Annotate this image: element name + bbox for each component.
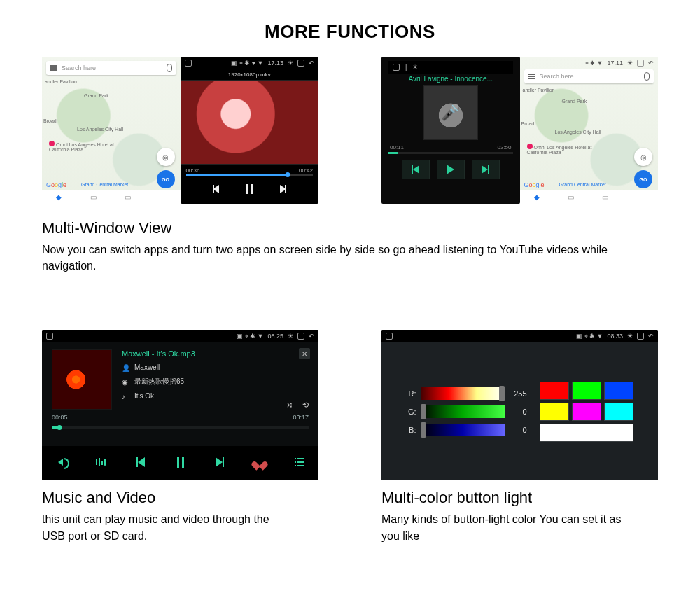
tab-transit-icon[interactable]: ▭ xyxy=(125,193,131,201)
home-icon xyxy=(386,333,393,340)
volume-button[interactable] xyxy=(42,450,80,475)
brightness-icon: ☀ xyxy=(627,333,633,340)
tab-explore-icon[interactable]: ◆ xyxy=(56,193,62,201)
google-logo: Google xyxy=(46,181,66,188)
shuffle-icon[interactable]: ⤮ xyxy=(286,401,293,410)
status-icons: ▣ ⌖ ✱ ♥ ▼ xyxy=(231,60,263,67)
swatch-yellow[interactable] xyxy=(540,403,569,421)
map-label: Los Angeles City Hall xyxy=(77,127,123,132)
brightness-icon: ☀ xyxy=(288,333,293,340)
status-bar: |☀ xyxy=(388,61,513,74)
swatch-blue[interactable] xyxy=(604,382,634,400)
map-search-bar[interactable]: Search here xyxy=(46,61,176,75)
page-title: MORE FUNCTIONS xyxy=(0,0,700,57)
prev-button[interactable] xyxy=(402,160,430,179)
b-label: B: xyxy=(407,426,416,434)
recent-icon xyxy=(637,60,644,67)
play-button[interactable] xyxy=(437,160,465,179)
map-label: Grand Central Market xyxy=(81,182,128,187)
panel-music-player: ▣ ⌖ ✱ ▼ 08:25 ☀ ↶ ✕ Maxwell - It's Ok.mp… xyxy=(42,330,318,480)
map-label: Los Angeles City Hall xyxy=(555,130,601,134)
repeat-icon[interactable]: ⟲ xyxy=(302,401,309,410)
playlist-button[interactable] xyxy=(281,450,318,475)
track-title: Avril Lavigne - Innocence... xyxy=(388,74,513,85)
map-label: Broad xyxy=(43,118,57,123)
section-title-multiwindow: Multi-Window View xyxy=(42,219,658,237)
pause-button[interactable] xyxy=(162,450,200,475)
status-bar: ▣ ⌖ ✱ ♥ ▼ 17:13 ☀ ↶ xyxy=(181,57,319,69)
tab-drive-icon[interactable]: ▭ xyxy=(568,193,574,201)
go-fab[interactable]: GO xyxy=(157,170,175,188)
map-search-bar[interactable]: Search here xyxy=(524,69,654,83)
mic-icon[interactable] xyxy=(167,64,172,72)
brightness-icon: ☀ xyxy=(288,60,293,67)
tab-more-icon[interactable]: ⋮ xyxy=(637,193,644,201)
map-view[interactable]: Search here andler Pavilion Grand Park B… xyxy=(42,57,181,204)
section-title-musicvideo: Music and Video xyxy=(42,489,318,507)
back-icon: ↶ xyxy=(648,60,654,67)
close-button[interactable]: ✕ xyxy=(299,348,310,359)
music-mini-player: |☀ Avril Lavigne - Innocence... 🎤 00:110… xyxy=(382,57,520,204)
hamburger-icon[interactable] xyxy=(528,74,536,79)
swatch-custom[interactable] xyxy=(540,424,634,442)
locate-fab[interactable]: ◎ xyxy=(157,148,175,166)
back-icon: ↶ xyxy=(309,333,314,340)
search-placeholder: Search here xyxy=(62,64,96,71)
map-label: Omni Los Angeles Hotel at California Pla… xyxy=(527,144,611,155)
album-art: 🎤 xyxy=(424,85,478,140)
go-fab[interactable]: GO xyxy=(634,170,652,188)
tab-transit-icon[interactable]: ▭ xyxy=(602,193,608,201)
pause-button[interactable] xyxy=(241,181,257,197)
hamburger-icon[interactable] xyxy=(50,65,57,71)
map-view[interactable]: ⌖ ✱ ▼ 17:11 ☀ ↶ Search here andler Pavil… xyxy=(520,57,659,204)
r-value: 255 xyxy=(509,389,527,398)
tab-explore-icon[interactable]: ◆ xyxy=(534,193,540,201)
swatch-red[interactable] xyxy=(540,382,569,400)
section-desc-multiwindow: Now you can switch apps and turn two app… xyxy=(42,242,651,274)
b-value: 0 xyxy=(509,426,527,434)
swatch-cyan[interactable] xyxy=(604,403,634,421)
tab-drive-icon[interactable]: ▭ xyxy=(90,193,97,201)
next-button[interactable] xyxy=(275,181,290,197)
swatch-green[interactable] xyxy=(572,382,601,400)
home-icon xyxy=(46,333,53,340)
map-label: andler Pavilion xyxy=(45,79,77,84)
b-slider[interactable] xyxy=(421,424,505,436)
prev-button[interactable] xyxy=(122,450,160,475)
panel-multiwindow-left: Search here andler Pavilion Grand Park B… xyxy=(42,57,318,204)
r-slider[interactable] xyxy=(421,387,505,400)
google-logo: Google xyxy=(524,181,545,188)
map-label: Omni Los Angeles Hotel at California Pla… xyxy=(49,141,133,152)
status-time: 17:11 xyxy=(607,60,623,67)
progress-bar[interactable] xyxy=(52,426,309,429)
recent-icon xyxy=(298,333,304,340)
prev-button[interactable] xyxy=(208,181,223,197)
locate-fab[interactable]: ◎ xyxy=(634,148,652,166)
map-label: Grand Park xyxy=(562,99,587,104)
album-art xyxy=(52,349,112,410)
section-desc-musicvideo: this unit can play music and video throu… xyxy=(42,511,294,543)
artist-name: Maxwell xyxy=(134,363,160,371)
album-icon: ◉ xyxy=(122,378,129,385)
tab-more-icon[interactable]: ⋮ xyxy=(159,193,166,201)
music-progress[interactable] xyxy=(388,152,513,154)
eq-button[interactable] xyxy=(82,450,120,475)
video-frame[interactable] xyxy=(181,80,319,165)
next-button[interactable] xyxy=(472,160,500,179)
g-slider[interactable] xyxy=(421,405,505,418)
color-swatches xyxy=(540,382,634,442)
map-bottom-tabs[interactable]: ◆ ▭ ▭ ⋮ xyxy=(520,190,659,204)
map-label: Grand Central Market xyxy=(559,182,606,187)
song-icon: ♪ xyxy=(122,393,129,400)
favorite-button[interactable] xyxy=(241,450,279,475)
album-name: 最新热歌慢摇65 xyxy=(134,377,184,387)
status-icons: ▣ ⌖ ✱ ▼ xyxy=(237,333,263,340)
home-icon xyxy=(185,60,192,67)
next-button[interactable] xyxy=(201,450,239,475)
swatch-magenta[interactable] xyxy=(572,403,601,421)
status-bar: ⌖ ✱ ▼ 17:11 ☀ ↶ xyxy=(520,57,659,69)
elapsed: 00:05 xyxy=(52,414,68,421)
map-bottom-tabs[interactable]: ◆ ▭ ▭ ⋮ xyxy=(42,190,181,204)
video-progress[interactable] xyxy=(186,174,314,176)
mic-icon[interactable] xyxy=(644,72,650,81)
